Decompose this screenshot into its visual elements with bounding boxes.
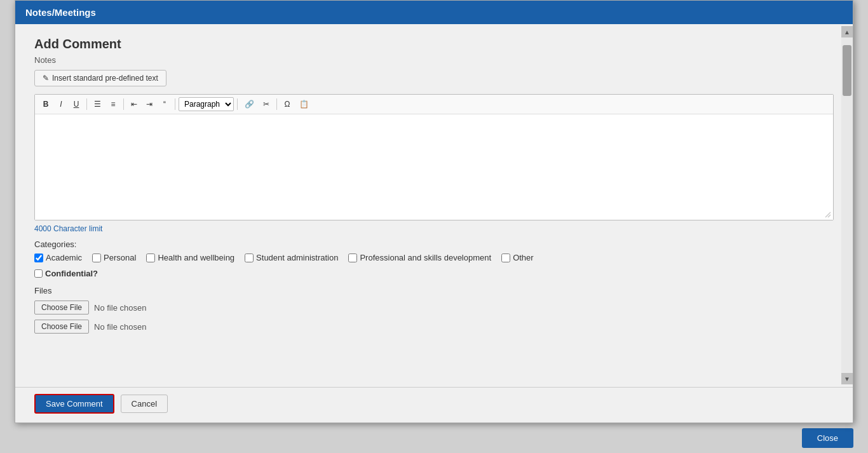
unlink-icon: ✂ xyxy=(263,100,269,109)
modal-footer: Save Comment Cancel xyxy=(15,387,853,423)
modal-container: Notes/Meetings Add Comment Notes ✎ Inser… xyxy=(15,0,853,423)
scroll-up-arrow[interactable]: ▲ xyxy=(841,26,853,37)
link-button[interactable]: 🔗 xyxy=(241,98,258,111)
file-input-row-1: Choose File No file chosen xyxy=(34,301,834,314)
bottom-bar: Close xyxy=(15,423,853,453)
modal-body: Add Comment Notes ✎ Insert standard pre-… xyxy=(15,24,853,387)
category-other-label: Other xyxy=(513,253,534,262)
close-button[interactable]: Close xyxy=(802,428,853,448)
toolbar-separator-2 xyxy=(123,98,124,110)
editor-content-area[interactable] xyxy=(35,114,833,210)
notes-label: Notes xyxy=(34,55,834,65)
unordered-list-button[interactable]: ☰ xyxy=(90,98,105,111)
category-health-label: Health and wellbeing xyxy=(158,253,234,262)
toolbar-separator-3 xyxy=(175,98,175,110)
category-academic-label: Academic xyxy=(46,253,82,262)
toolbar-separator-4 xyxy=(237,98,238,110)
categories-label: Categories: xyxy=(34,240,834,249)
rich-text-editor: B I U ☰ ≡ ⇤ ⇥ “ xyxy=(34,94,834,220)
category-academic[interactable]: Academic xyxy=(34,253,82,262)
category-academic-checkbox[interactable] xyxy=(34,254,43,262)
category-professional[interactable]: Professional and skills development xyxy=(348,253,491,262)
scroll-track[interactable] xyxy=(841,37,853,373)
paragraph-format-select[interactable]: Paragraph xyxy=(179,97,234,111)
underline-button[interactable]: U xyxy=(69,98,83,111)
editor-toolbar: B I U ☰ ≡ ⇤ ⇥ “ xyxy=(35,95,833,114)
modal-header: Notes/Meetings xyxy=(15,1,853,24)
choose-file-button-1[interactable]: Choose File xyxy=(34,301,89,314)
category-professional-checkbox[interactable] xyxy=(348,254,357,262)
blockquote-button[interactable]: “ xyxy=(158,98,172,111)
category-professional-label: Professional and skills development xyxy=(360,253,491,262)
insert-btn-label: Insert standard pre-defined text xyxy=(52,74,158,83)
paste-icon: 📋 xyxy=(299,100,309,109)
category-student-admin-checkbox[interactable] xyxy=(245,254,254,262)
categories-row: Academic Personal Health and wellbeing S… xyxy=(34,253,834,262)
page-title: Add Comment xyxy=(34,37,834,51)
category-other[interactable]: Other xyxy=(501,253,534,262)
modal-title: Notes/Meetings xyxy=(25,7,96,18)
indent-button[interactable]: ⇥ xyxy=(142,98,156,111)
italic-button[interactable]: I xyxy=(54,98,68,111)
confidential-row[interactable]: Confidential? xyxy=(34,269,834,278)
special-char-button[interactable]: Ω xyxy=(280,98,294,111)
link-icon: 🔗 xyxy=(245,100,254,109)
category-personal[interactable]: Personal xyxy=(92,253,136,262)
toolbar-separator-1 xyxy=(86,98,87,110)
toolbar-separator-5 xyxy=(276,98,277,110)
confidential-label: Confidential? xyxy=(45,269,98,278)
scrollbar[interactable]: ▲ ▼ xyxy=(841,26,853,384)
resize-handle-icon[interactable] xyxy=(824,211,832,219)
paste-button[interactable]: 📋 xyxy=(295,98,313,111)
insert-predefined-button[interactable]: ✎ Insert standard pre-defined text xyxy=(34,70,166,86)
category-student-admin[interactable]: Student administration xyxy=(245,253,338,262)
char-limit-text: 4000 Character limit xyxy=(34,224,834,233)
no-file-text-1: No file chosen xyxy=(94,303,146,313)
bold-button[interactable]: B xyxy=(39,98,53,111)
save-comment-button[interactable]: Save Comment xyxy=(34,394,114,414)
category-other-checkbox[interactable] xyxy=(501,254,510,262)
scroll-down-arrow[interactable]: ▼ xyxy=(841,373,853,384)
category-student-admin-label: Student administration xyxy=(256,253,338,262)
ordered-list-button[interactable]: ≡ xyxy=(106,98,120,111)
editor-resizer xyxy=(35,210,833,220)
underline-label: U xyxy=(74,100,79,109)
cancel-button[interactable]: Cancel xyxy=(121,395,168,413)
edit-icon: ✎ xyxy=(43,74,49,83)
category-personal-checkbox[interactable] xyxy=(92,254,101,262)
category-health-checkbox[interactable] xyxy=(146,254,155,262)
no-file-text-2: No file chosen xyxy=(94,322,146,332)
category-health[interactable]: Health and wellbeing xyxy=(146,253,234,262)
category-personal-label: Personal xyxy=(104,253,136,262)
choose-file-button-2[interactable]: Choose File xyxy=(34,320,89,334)
confidential-checkbox[interactable] xyxy=(34,269,43,278)
file-input-row-2: Choose File No file chosen xyxy=(34,320,834,334)
files-label: Files xyxy=(34,286,834,295)
scroll-thumb[interactable] xyxy=(843,45,851,96)
unlink-button[interactable]: ✂ xyxy=(259,98,273,111)
outdent-button[interactable]: ⇤ xyxy=(127,98,141,111)
